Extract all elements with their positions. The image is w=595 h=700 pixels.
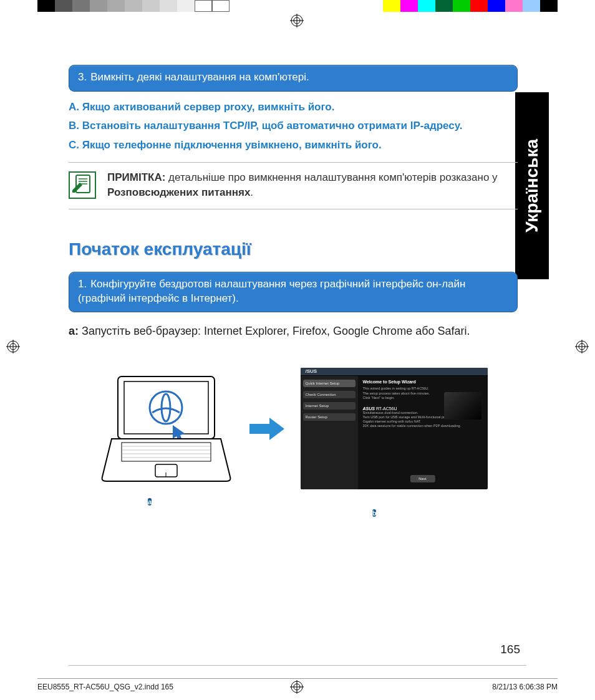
wizard-side-item: Internet Setup [303, 402, 356, 410]
language-tab: Українська [515, 92, 549, 279]
wizard-sidebar: Quick Internet Setup Check Connection In… [301, 376, 358, 489]
caption-a: a [148, 498, 152, 506]
substep-c: C. Якщо телефонне підключення увімкнено,… [69, 137, 518, 153]
registration-mark-icon [6, 340, 20, 353]
step-a-label: a: [69, 325, 79, 337]
content-area: 3.Вимкніть деякі налаштування на комп'ют… [69, 65, 518, 518]
step-1-text: Конфігуруйте бездротові налаштування чер… [78, 278, 465, 304]
page: Українська 3.Вимкніть деякі налаштування… [0, 0, 595, 700]
wizard-brand: /SUS [306, 368, 317, 374]
step-3-number: 3. [78, 71, 87, 83]
wizard-next-button: Next [410, 475, 435, 482]
divider [69, 209, 518, 209]
setup-wizard-screenshot: /SUS Quick Internet Setup Check Connecti… [301, 368, 488, 489]
step-a-text: Запустіть веб-браузер: Internet Explorer… [79, 325, 470, 337]
sub-steps: A. Якщо активований сервер proxy, вимкні… [69, 99, 518, 153]
caption-b: b [372, 509, 377, 517]
divider [69, 162, 518, 163]
wizard-main: Welcome to Setup Wizard This wizard guid… [358, 376, 488, 489]
wizard-title: Welcome to Setup Wizard [363, 380, 483, 384]
wizard-feat: Gigabit internet surfing with turbo NAT. [363, 420, 483, 424]
note-tail: . [250, 186, 253, 198]
content-footer-rule [69, 665, 526, 666]
note-icon [69, 171, 96, 199]
step-3-box: 3.Вимкніть деякі налаштування на комп'ют… [69, 65, 518, 92]
note-body: детальніше про вимкнення налаштування ко… [165, 171, 497, 183]
language-tab-label: Українська [522, 139, 542, 233]
wizard-side-item: Router Setup [303, 413, 356, 421]
print-footer: EEU8555_RT-AC56U_QSG_v2.indd 165 8/21/13… [37, 683, 558, 691]
wizard-feat: 20X data sessions for stable connection … [363, 424, 483, 428]
note-block: ПРИМІТКА: детальніше про вимкнення налаш… [69, 170, 518, 200]
step-a-row: a: Запустіть веб-браузер: Internet Explo… [69, 325, 518, 338]
footer-timestamp: 8/21/13 6:06:38 PM [492, 683, 558, 691]
wizard-side-item: Quick Internet Setup [303, 380, 356, 387]
substep-b: B. Встановіть налаштування TCP/IP, щоб а… [69, 118, 518, 134]
step-1-box: 1.Конфігуруйте бездротові налаштування ч… [69, 272, 518, 313]
note-text: ПРИМІТКА: детальніше про вимкнення налаш… [107, 170, 518, 200]
wizard-side-item: Check Connection [303, 391, 356, 398]
footer-filename: EEU8555_RT-AC56U_QSG_v2.indd 165 [37, 683, 173, 691]
page-number: 165 [500, 643, 520, 656]
figures-row: /SUS Quick Internet Setup Check Connecti… [69, 368, 518, 489]
laptop-illustration [99, 374, 233, 483]
outer-footer-rule [37, 678, 558, 679]
note-bold: Розповсюджених питаннях [107, 186, 250, 198]
step-1-number: 1. [78, 278, 87, 290]
router-image [444, 392, 481, 420]
wizard-line: This wizard guides in setting up RT-AC56… [363, 386, 483, 391]
registration-mark-icon [575, 340, 589, 353]
section-title: Початок експлуатації [69, 239, 518, 259]
substep-a: A. Якщо активований сервер proxy, вимкні… [69, 99, 518, 115]
note-label: ПРИМІТКА: [107, 171, 165, 183]
registration-mark-icon [290, 14, 304, 27]
arrow-icon [248, 416, 286, 441]
step-3-text: Вимкніть деякі налаштування на комп'ютер… [90, 71, 309, 83]
svg-rect-25 [122, 443, 211, 461]
